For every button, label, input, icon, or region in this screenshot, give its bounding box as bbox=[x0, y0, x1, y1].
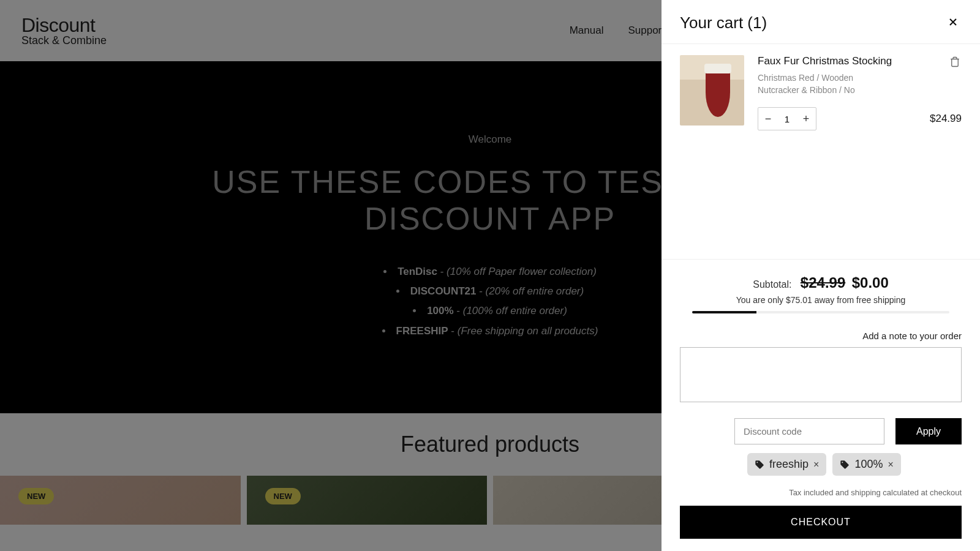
remove-item-button[interactable] bbox=[948, 55, 962, 70]
cart-items: Faux Fur Christmas Stocking Christmas Re… bbox=[662, 44, 980, 141]
cart-drawer: Your cart (1) Faux Fur Christmas Stockin… bbox=[662, 0, 980, 551]
freeship-message: You are only $75.01 away from free shipp… bbox=[680, 295, 962, 305]
subtotal-row: Subtotal: $24.99 $0.00 bbox=[680, 274, 962, 291]
subtotal-discounted: $0.00 bbox=[852, 274, 889, 291]
tax-note: Tax included and shipping calculated at … bbox=[680, 488, 962, 497]
remove-tag-button[interactable]: × bbox=[888, 459, 893, 470]
remove-tag-button[interactable]: × bbox=[813, 459, 819, 470]
tag-icon bbox=[755, 460, 764, 470]
tag-label: freeship bbox=[769, 458, 809, 471]
discount-row: Apply bbox=[680, 418, 962, 444]
freeship-progress bbox=[692, 311, 949, 313]
item-title: Faux Fur Christmas Stocking bbox=[758, 55, 892, 67]
progress-fill bbox=[692, 311, 756, 313]
discount-tag: freeship × bbox=[747, 453, 826, 476]
discount-code-input[interactable] bbox=[734, 418, 884, 444]
cart-header: Your cart (1) bbox=[662, 0, 980, 44]
note-label: Add a note to your order bbox=[680, 331, 962, 341]
cart-title: Your cart (1) bbox=[680, 13, 767, 32]
item-price: $24.99 bbox=[930, 113, 962, 125]
trash-icon bbox=[949, 56, 960, 67]
checkout-button[interactable]: CHECKOUT bbox=[680, 506, 962, 539]
item-thumbnail bbox=[680, 55, 744, 126]
qty-decrease-button[interactable]: − bbox=[758, 108, 778, 130]
item-info: Faux Fur Christmas Stocking Christmas Re… bbox=[758, 55, 962, 130]
subtotal-label: Subtotal: bbox=[753, 279, 791, 290]
item-variant: Christmas Red / Wooden Nutcracker & Ribb… bbox=[758, 72, 892, 96]
discount-tag: 100% × bbox=[832, 453, 900, 476]
cart-item: Faux Fur Christmas Stocking Christmas Re… bbox=[680, 55, 962, 130]
tag-label: 100% bbox=[854, 458, 883, 471]
close-cart-button[interactable] bbox=[944, 13, 962, 32]
apply-discount-button[interactable]: Apply bbox=[895, 418, 962, 444]
applied-discounts: freeship × 100% × bbox=[747, 453, 962, 476]
quantity-stepper: − 1 + bbox=[758, 107, 816, 130]
cart-footer: Subtotal: $24.99 $0.00 You are only $75.… bbox=[662, 259, 980, 551]
qty-increase-button[interactable]: + bbox=[796, 108, 816, 130]
qty-value: 1 bbox=[778, 114, 796, 124]
close-icon bbox=[947, 16, 959, 28]
order-note-input[interactable] bbox=[680, 347, 962, 402]
subtotal-original: $24.99 bbox=[801, 274, 845, 291]
tag-icon bbox=[840, 460, 850, 470]
